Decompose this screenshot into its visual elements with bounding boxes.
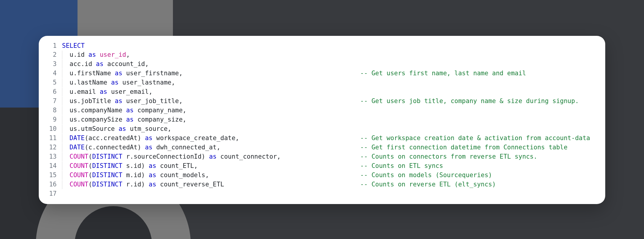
token-as: as xyxy=(209,153,216,160)
token-ident: us.companySize xyxy=(69,116,126,123)
token-plain: company_name, xyxy=(134,107,186,114)
token-plain: workspace_create_date, xyxy=(152,134,239,142)
token-ident: us.companyName xyxy=(69,107,126,114)
token-ident: u.email xyxy=(69,88,100,95)
line-comment: -- Counts on connectors from reverse ETL… xyxy=(360,152,537,161)
token-ident: u.id xyxy=(69,51,88,58)
code-editor-panel[interactable]: 1SELECT2 u.id as user_id,3 acc.id as acc… xyxy=(39,36,605,204)
line-number: 10 xyxy=(39,124,62,133)
token-as: as xyxy=(145,144,152,151)
code-line[interactable]: 7 us.jobTitle as user_job_title,-- Get u… xyxy=(39,96,605,106)
line-number: 4 xyxy=(39,69,62,78)
line-comment: -- Counts on models (Sourcequeries) xyxy=(360,171,492,180)
line-comment: -- Get users first name, last name and e… xyxy=(360,69,526,78)
token-plain: utm_source, xyxy=(126,125,171,132)
code-content[interactable]: COUNT(DISTINCT r.id) as count_reverse_ET… xyxy=(62,180,605,189)
line-number: 12 xyxy=(39,143,62,152)
token-ident: us.jobTitle xyxy=(69,97,115,105)
code-content[interactable]: us.companySize as company_size, xyxy=(62,115,605,124)
code-content[interactable]: us.companyName as company_name, xyxy=(62,106,605,115)
line-number: 13 xyxy=(39,152,62,161)
code-line[interactable]: 16 COUNT(DISTINCT r.id) as count_reverse… xyxy=(39,180,605,189)
code-content[interactable]: COUNT(DISTINCT m.id) as count_models,-- … xyxy=(62,171,605,180)
line-number: 7 xyxy=(39,96,62,105)
token-as: as xyxy=(126,116,134,123)
code-line[interactable]: 6 u.email as user_email, xyxy=(39,87,605,96)
code-line[interactable]: 8 us.companyName as company_name, xyxy=(39,106,605,115)
token-plain: r.sourceConnectionId) xyxy=(122,153,209,160)
code-line[interactable]: 14 COUNT(DISTINCT s.id) as count_ETL,-- … xyxy=(39,161,605,171)
code-line[interactable]: 3 acc.id as account_id, xyxy=(39,59,605,69)
code-content[interactable]: COUNT(DISTINCT r.sourceConnectionId) as … xyxy=(62,152,605,161)
code-line[interactable]: 4 u.firstName as user_firstname,-- Get u… xyxy=(39,69,605,78)
token-plain xyxy=(96,51,100,58)
token-plain: company_size, xyxy=(134,116,186,123)
token-fn: COUNT xyxy=(69,181,88,188)
token-ident: acc.id xyxy=(69,60,96,68)
line-number: 14 xyxy=(39,161,62,170)
code-line[interactable]: 1SELECT xyxy=(39,41,605,50)
code-line[interactable]: 10 us.utmSource as utm_source, xyxy=(39,124,605,134)
line-number: 17 xyxy=(39,189,62,198)
code-content[interactable]: COUNT(DISTINCT s.id) as count_ETL,-- Cou… xyxy=(62,161,605,171)
line-number: 5 xyxy=(39,78,62,87)
code-line[interactable]: 5 u.lastName as user_lastname, xyxy=(39,78,605,87)
line-number: 11 xyxy=(39,134,62,143)
code-content[interactable]: DATE(c.connectedAt) as dwh_connected_at,… xyxy=(62,143,605,152)
code-content[interactable]: u.id as user_id, xyxy=(62,50,605,59)
line-number: 2 xyxy=(39,50,62,59)
code-line[interactable]: 12 DATE(c.connectedAt) as dwh_connected_… xyxy=(39,143,605,152)
line-number: 1 xyxy=(39,41,62,50)
code-content[interactable]: us.utmSource as utm_source, xyxy=(62,124,605,134)
code-line[interactable]: 17 xyxy=(39,189,605,198)
code-content[interactable]: DATE(acc.createdAt) as workspace_create_… xyxy=(62,134,605,143)
code-line[interactable]: 2 u.id as user_id, xyxy=(39,50,605,59)
code-content[interactable]: us.jobTitle as user_job_title,-- Get use… xyxy=(62,96,605,106)
code-content[interactable]: u.lastName as user_lastname, xyxy=(62,78,605,87)
code-content[interactable]: u.email as user_email, xyxy=(62,87,605,96)
token-as: as xyxy=(115,97,122,105)
token-kw: DISTINCT xyxy=(92,153,122,160)
token-plain: user_lastname, xyxy=(119,79,175,86)
token-plain: account_id, xyxy=(103,60,149,68)
token-as: as xyxy=(100,88,107,95)
code-content[interactable]: SELECT xyxy=(62,41,605,50)
code-line[interactable]: 13 COUNT(DISTINCT r.sourceConnectionId) … xyxy=(39,152,605,161)
token-plain: ( xyxy=(89,162,92,169)
token-plain: dwh_connected_at, xyxy=(152,144,220,151)
token-as: as xyxy=(149,181,156,188)
code-content[interactable]: acc.id as account_id, xyxy=(62,59,605,69)
token-plain: , xyxy=(126,51,130,58)
token-as: as xyxy=(126,107,134,114)
token-kw: DISTINCT xyxy=(92,171,122,179)
line-number: 16 xyxy=(39,180,62,189)
token-ident: us.utmSource xyxy=(69,125,118,132)
token-as: as xyxy=(149,171,156,179)
token-plain: user_firstname, xyxy=(122,70,182,77)
line-comment: -- Get users job title, company name & s… xyxy=(360,96,579,105)
line-comment: -- Get workspace creation date & activat… xyxy=(360,134,590,143)
code-line[interactable]: 9 us.companySize as company_size, xyxy=(39,115,605,124)
code-line[interactable]: 15 COUNT(DISTINCT m.id) as count_models,… xyxy=(39,171,605,180)
token-fn: COUNT xyxy=(69,162,88,169)
token-kw: SELECT xyxy=(62,42,85,49)
token-as: as xyxy=(111,79,118,86)
token-kw: DATE xyxy=(69,144,85,151)
code-content[interactable]: u.firstName as user_firstname,-- Get use… xyxy=(62,69,605,78)
token-plain: user_job_title, xyxy=(122,97,182,105)
line-comment: -- Get first connection datetime from Co… xyxy=(360,143,567,152)
token-kw: DISTINCT xyxy=(92,162,122,169)
token-plain: ( xyxy=(89,153,92,160)
token-plain: count_models, xyxy=(156,171,209,179)
token-plain: (acc.createdAt) xyxy=(85,134,145,142)
line-comment: -- Counts on ETL syncs xyxy=(360,161,443,170)
token-plain: ( xyxy=(89,171,92,179)
token-kw: DISTINCT xyxy=(92,181,122,188)
code-line[interactable]: 11 DATE(acc.createdAt) as workspace_crea… xyxy=(39,134,605,143)
token-as: as xyxy=(149,162,156,169)
token-ident: u.lastName xyxy=(69,79,111,86)
line-comment: -- Counts on reverse ETL (elt_syncs) xyxy=(360,180,496,189)
token-plain: user_email, xyxy=(107,88,153,95)
token-plain: m.id) xyxy=(122,171,149,179)
token-kw: DATE xyxy=(69,134,85,142)
